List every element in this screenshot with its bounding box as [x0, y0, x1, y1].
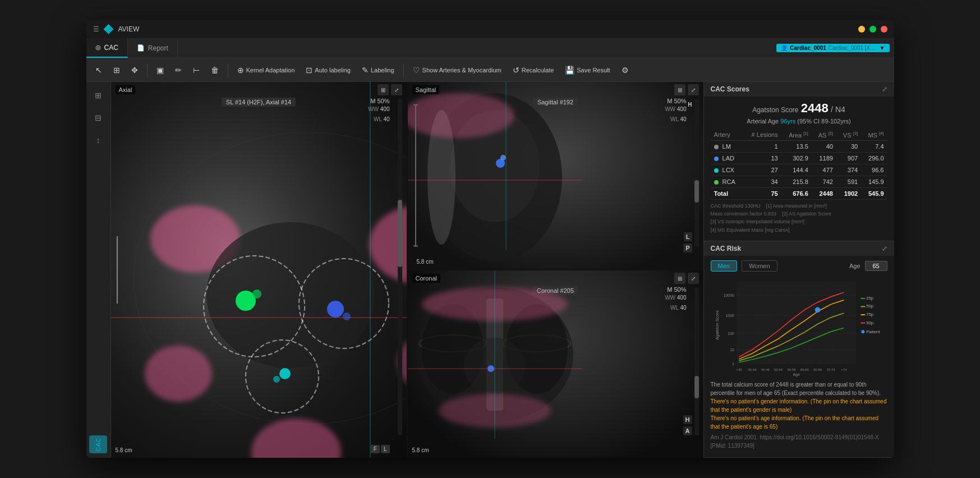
coronal-icon-2[interactable]: ⤢ — [688, 273, 699, 284]
lesions-cell-1: 13 — [743, 152, 781, 164]
note4-text: [4] MS Equivalent Mass [mg CaHA] — [711, 227, 790, 233]
sag-p-label: P — [683, 243, 692, 252]
coronal-icon-1[interactable]: ⊞ — [674, 273, 685, 284]
coronal-scrollbar[interactable] — [694, 287, 699, 435]
svg-point-11 — [279, 368, 291, 379]
col-ms: MS [4] — [861, 129, 887, 140]
toolbar-settings[interactable]: ⚙ — [617, 63, 633, 77]
toolbar: ↖ ⊞ ✥ ▣ ✏ ⊢ 🗑 ⊕ Kernel Adaptation ⊡ Auto… — [86, 58, 894, 82]
sagittal-icon-1[interactable]: ⊞ — [674, 84, 685, 95]
table-row: LM 1 13.5 40 30 7.4 — [711, 140, 887, 152]
svg-text:Age: Age — [793, 373, 799, 377]
total-area: 676.6 — [781, 187, 812, 199]
sidebar-expand-icon[interactable]: ⊟ — [89, 109, 107, 127]
toolbar-layout[interactable]: ⊞ — [109, 63, 125, 77]
coronal-label: Coronal — [412, 274, 441, 283]
artery-cell-1: LAD — [711, 152, 743, 164]
svg-point-23 — [500, 155, 506, 160]
svg-rect-67 — [861, 306, 865, 307]
mass-text: Mass conversion factor 0.833 — [711, 211, 777, 217]
cac-sidebar-label: CAC — [95, 438, 102, 451]
toolbar-delete[interactable]: 🗑 — [206, 63, 223, 77]
axial-icon-2[interactable]: ⤢ — [391, 84, 402, 95]
tab-bar-right: 👤 Cardiac_0001 Cardiac_0001 [X... ▼ — [776, 38, 894, 58]
axial-pos-l[interactable]: L — [381, 445, 390, 453]
viewport-grid: Axial ⊞ ⤢ SL #14 (H2F), Axial #14 M 50% … — [111, 82, 703, 458]
toolbar-draw[interactable]: ✏ — [171, 63, 186, 77]
footnote-mass: Mass conversion factor 0.833 [2] AS Agat… — [711, 210, 887, 218]
sidebar-arrow-icon[interactable]: ↕ — [89, 131, 107, 149]
patient-dropdown-icon[interactable]: ▼ — [880, 45, 885, 51]
axial-label: Axial — [116, 85, 136, 94]
svg-text:45-49: 45-49 — [761, 369, 769, 372]
cac-tab-label: CAC — [104, 44, 118, 52]
toolbar-kernel[interactable]: ⊕ Kernel Adaptation — [233, 63, 300, 77]
cac-risk-expand-icon[interactable]: ⤢ — [882, 245, 887, 252]
cac-risk-section: CAC Risk ⤢ Men Women Age — [704, 241, 894, 458]
patient-icon: 👤 — [781, 45, 788, 51]
cac-tab-icon: ◎ — [95, 44, 101, 51]
toolbar-sep-2 — [228, 63, 228, 77]
sag-l-label: L — [684, 232, 692, 241]
sagittal-label: Sagittal — [412, 85, 440, 94]
sagittal-scrollbar[interactable] — [694, 99, 699, 247]
pan-icon: ✥ — [131, 66, 138, 75]
sagittal-viewport[interactable]: Sagittal ⊞ ⤢ Sagittal #192 M 50% WW 400 … — [408, 82, 703, 269]
menu-icon[interactable]: ☰ — [93, 25, 99, 33]
sagittal-scrollbar-thumb — [694, 180, 699, 203]
gender-women-btn[interactable]: Women — [742, 260, 777, 272]
age-input[interactable] — [865, 261, 887, 271]
tab-cac[interactable]: ◎ CAC — [86, 38, 128, 58]
risk-reference: Am J Cardiol 2001. https://doi.org/10.10… — [711, 433, 887, 450]
risk-desc-text: The total calcium score of 2448 is great… — [711, 380, 887, 397]
toolbar-sep-1 — [147, 63, 148, 77]
axial-scrollbar[interactable] — [398, 99, 402, 435]
axial-header: Axial ⊞ ⤢ — [111, 82, 407, 98]
toolbar-auto-label[interactable]: ⊡ Auto labeling — [301, 63, 355, 77]
cor-h-label: H — [683, 415, 692, 424]
arteries-text: Show Arteries & Myocardium — [422, 67, 501, 73]
axial-icon-1[interactable]: ⊞ — [378, 84, 389, 95]
note2-text: [2] AS Agatston Score — [782, 211, 831, 217]
sidebar-grid-icon[interactable]: ⊞ — [89, 86, 107, 104]
artery-cell-3: RCA — [711, 176, 743, 187]
svg-text:90p: 90p — [866, 320, 873, 325]
recalculate-icon: ↺ — [513, 66, 519, 75]
toolbar-recalculate[interactable]: ↺ Recalculate — [508, 63, 558, 77]
toolbar-measure[interactable]: ⊢ — [188, 63, 204, 77]
gender-men-btn[interactable]: Men — [711, 260, 737, 272]
sidebar-cac-icon[interactable]: CAC — [89, 435, 107, 453]
toolbar-save[interactable]: 💾 Save Result — [560, 63, 614, 77]
agatston-grade-val: N4 — [835, 105, 845, 114]
minimize-button[interactable] — [858, 26, 865, 33]
report-tab-label: Report — [148, 44, 168, 52]
total-label: Total — [711, 187, 743, 199]
patient-badge[interactable]: 👤 Cardiac_0001 Cardiac_0001 [X... ▼ — [776, 44, 889, 52]
toolbar-arteries[interactable]: ♡ Show Arteries & Myocardium — [408, 63, 506, 77]
agatston-value: 2448 — [801, 101, 829, 115]
svg-text:100: 100 — [728, 332, 734, 335]
axial-scrollbar-thumb — [398, 200, 402, 267]
note3-text: [3] VS Isotropic interpolated volume [mm… — [711, 219, 805, 224]
maximize-button[interactable] — [869, 26, 876, 33]
sagittal-icon-2[interactable]: ⤢ — [688, 84, 699, 95]
axial-viewport[interactable]: Axial ⊞ ⤢ SL #14 (H2F), Axial #14 M 50% … — [111, 82, 407, 458]
cor-a-label: A — [683, 426, 692, 435]
sagittal-scale: 5.8 cm — [417, 259, 434, 265]
toolbar-labeling[interactable]: ✎ Labeling — [357, 63, 399, 77]
tab-bar: ◎ CAC 📄 Report 👤 Cardiac_0001 Cardiac_00… — [86, 38, 894, 58]
artery-cell-2: LCX — [711, 164, 743, 176]
risk-chart: Agatston Score 1 10 100 1000 — [711, 276, 887, 377]
cac-scores-expand-icon[interactable]: ⤢ — [882, 85, 887, 93]
axial-pos-f[interactable]: F — [371, 445, 380, 453]
labeling-icon: ✎ — [362, 66, 369, 75]
as-cell-1: 1189 — [812, 152, 836, 164]
cac-scores-content: Agatston Score 2448 / N4 Arterial Age 96… — [704, 96, 894, 241]
toolbar-cursor[interactable]: ↖ — [91, 63, 107, 77]
arterial-age-ci: (95% CI 89-102yrs) — [797, 118, 850, 125]
toolbar-pan[interactable]: ✥ — [127, 63, 142, 77]
tab-report[interactable]: 📄 Report — [128, 38, 178, 58]
coronal-viewport[interactable]: Coronal ⊞ ⤢ Coronal #205 M 50% WW 400 WL… — [408, 270, 703, 458]
toolbar-window[interactable]: ▣ — [152, 63, 168, 77]
close-button[interactable] — [881, 26, 887, 33]
